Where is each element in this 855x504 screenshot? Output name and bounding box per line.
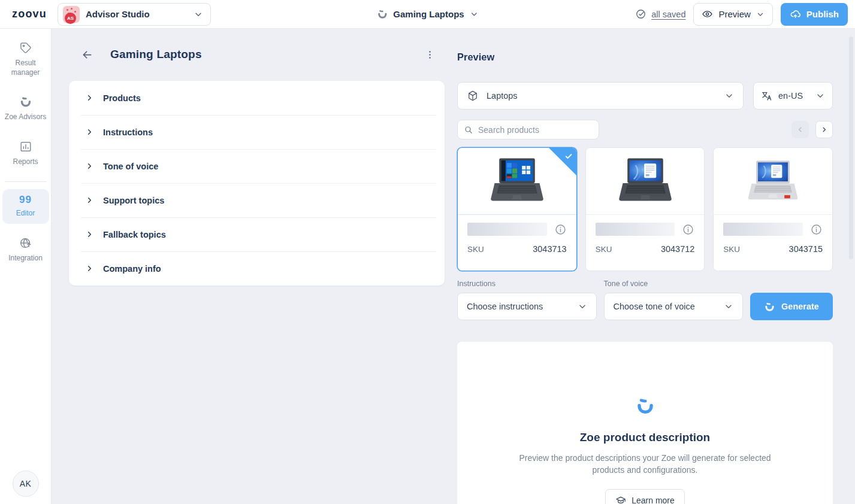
- app-switcher-dropdown[interactable]: AS Advisor Studio: [58, 3, 211, 26]
- learn-more-label: Learn more: [632, 496, 675, 504]
- section-label: Products: [103, 93, 141, 103]
- preview-title: Preview: [457, 51, 833, 63]
- sku-value: 3043712: [661, 244, 694, 254]
- chevron-down-icon: [470, 10, 479, 19]
- tag-icon: [19, 41, 32, 54]
- search-row: [457, 120, 833, 139]
- product-type-dropdown[interactable]: Laptops: [457, 82, 744, 110]
- sidebar-item-label: Integration: [8, 254, 43, 263]
- product-type-value: Laptops: [487, 91, 518, 101]
- sidebar-item-integration[interactable]: Integration: [2, 231, 49, 269]
- cloud-upload-icon: [790, 8, 801, 20]
- sidebar: Result manager Zoe Advisors Reports 99 E…: [0, 29, 52, 504]
- empty-state-title: Zoe product description: [580, 431, 710, 444]
- chevron-right-icon: [85, 162, 94, 171]
- sidebar-item-label: Editor: [16, 209, 35, 218]
- info-icon[interactable]: [682, 223, 694, 236]
- product-search: [457, 120, 599, 139]
- tone-value: Choose tone of voice: [614, 302, 695, 311]
- section-label: Tone of voice: [103, 162, 158, 171]
- zoe-smile-icon: [635, 396, 655, 416]
- empty-state-description: Preview the product descriptions your Zo…: [513, 452, 777, 476]
- preview-pane: Preview Laptops en-US: [451, 29, 855, 504]
- publish-button[interactable]: Publish: [781, 3, 848, 26]
- description-empty-state: Zoe product description Preview the prod…: [457, 342, 833, 504]
- pagination: [791, 121, 833, 138]
- section-row-support-topics[interactable]: Support topics: [69, 183, 445, 217]
- chevron-right-icon: [85, 127, 94, 136]
- language-dropdown[interactable]: en-US: [753, 82, 833, 110]
- section-row-products[interactable]: Products: [69, 81, 445, 115]
- product-name-skeleton: [723, 223, 803, 236]
- sku-value: 3043715: [789, 244, 823, 254]
- section-row-company-info[interactable]: Company info: [69, 251, 445, 286]
- section-row-instructions[interactable]: Instructions: [69, 115, 445, 149]
- saved-status-link[interactable]: all saved: [635, 8, 685, 20]
- sidebar-item-result-manager[interactable]: Result manager: [2, 36, 49, 83]
- instructions-dropdown[interactable]: Choose instructions: [457, 293, 597, 320]
- sku-label: SKU: [467, 245, 484, 254]
- chevron-right-icon: [85, 196, 94, 205]
- preview-button[interactable]: Preview: [693, 3, 772, 26]
- chevron-down-icon: [724, 91, 734, 101]
- main-content: Gaming Laptops Products Instructions Ton…: [52, 29, 855, 504]
- chevron-down-icon: [724, 302, 733, 311]
- page-prev-button[interactable]: [791, 121, 809, 138]
- product-card[interactable]: SKU 3043715: [713, 147, 833, 271]
- topbar-actions: all saved Preview Publish: [635, 3, 848, 26]
- sku-label: SKU: [596, 245, 612, 254]
- section-row-fallback-topics[interactable]: Fallback topics: [69, 217, 445, 251]
- product-name-skeleton: [467, 223, 547, 236]
- editor-pane: Gaming Laptops Products Instructions Ton…: [52, 29, 451, 504]
- chevron-right-icon: [85, 264, 94, 273]
- sidebar-item-reports[interactable]: Reports: [2, 135, 49, 172]
- editor-sections-card: Products Instructions Tone of voice Supp…: [69, 81, 445, 286]
- user-avatar[interactable]: AK: [13, 470, 39, 497]
- translate-icon: [761, 90, 773, 102]
- sidebar-item-label: Zoe Advisors: [5, 113, 46, 122]
- product-image-laptop: [586, 148, 705, 215]
- tone-dropdown[interactable]: Choose tone of voice: [604, 293, 744, 320]
- check-circle-icon: [635, 8, 646, 20]
- generate-button[interactable]: Generate: [750, 293, 833, 320]
- zoe-smile-icon: [376, 8, 388, 20]
- kebab-menu-icon[interactable]: [425, 50, 435, 60]
- zoe-smile-icon: [764, 301, 775, 312]
- section-row-tone-of-voice[interactable]: Tone of voice: [69, 149, 445, 183]
- instructions-field-label: Instructions: [457, 280, 597, 288]
- page-title: Gaming Laptops: [110, 48, 202, 61]
- product-card[interactable]: SKU 3043712: [585, 147, 705, 271]
- chevron-down-icon: [815, 91, 825, 101]
- product-card[interactable]: SKU 3043713: [457, 147, 577, 271]
- sidebar-item-label: Result manager: [4, 59, 48, 77]
- globe-upload-icon: [19, 236, 32, 250]
- learn-more-button[interactable]: Learn more: [605, 489, 685, 504]
- section-label: Company info: [103, 264, 161, 274]
- page-next-button[interactable]: [815, 121, 833, 138]
- scrollbar-thumb[interactable]: [849, 37, 853, 259]
- search-icon: [464, 125, 473, 135]
- topbar: zoovu AS Advisor Studio Gaming Laptops: [0, 0, 855, 29]
- sku-value: 3043713: [533, 244, 566, 254]
- info-icon[interactable]: [810, 223, 823, 236]
- zoe-smile-icon: [19, 95, 32, 108]
- bar-chart-icon: [19, 140, 32, 153]
- section-label: Instructions: [103, 127, 153, 137]
- search-input[interactable]: [478, 125, 593, 135]
- preview-button-label: Preview: [718, 9, 750, 19]
- eye-icon: [702, 8, 713, 20]
- as-badge: AS: [65, 13, 76, 24]
- sidebar-item-editor[interactable]: 99 Editor: [2, 189, 49, 224]
- tone-field-label: Tone of voice: [604, 280, 744, 288]
- sidebar-item-label: Reports: [13, 157, 38, 167]
- sidebar-item-zoe-advisors[interactable]: Zoe Advisors: [2, 90, 49, 127]
- app-switcher-label: Advisor Studio: [86, 9, 188, 19]
- info-icon[interactable]: [554, 223, 567, 236]
- sidebar-divider: [5, 181, 47, 182]
- back-arrow-icon[interactable]: [81, 48, 93, 61]
- advisor-selector[interactable]: Gaming Laptops: [376, 8, 478, 20]
- section-label: Fallback topics: [103, 230, 166, 239]
- chevron-right-icon: [85, 230, 94, 239]
- section-label: Support topics: [103, 196, 164, 205]
- graduation-cap-icon: [615, 495, 626, 504]
